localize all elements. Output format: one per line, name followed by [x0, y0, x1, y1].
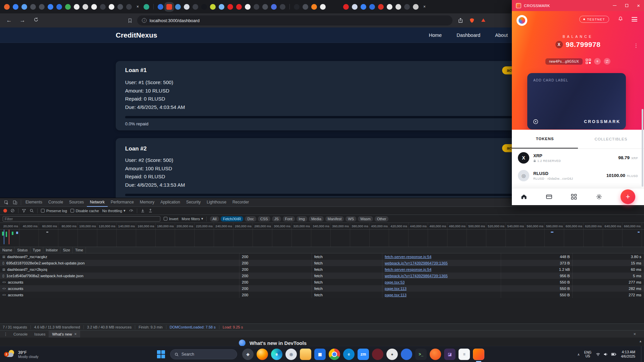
network-request-row[interactable]: <>accounts 200 fetch page.tsx:113 550 B … [0, 285, 644, 292]
record-network-log-button[interactable] [3, 209, 7, 213]
request-type-filter[interactable]: All [210, 216, 219, 222]
tab-favicon[interactable] [74, 4, 79, 10]
network-request-row[interactable]: {}695d31870328e0e2.webpack.hot-update.js… [0, 260, 644, 266]
home-icon[interactable] [521, 193, 527, 200]
drawer-more-icon[interactable]: ⋮ [1, 332, 10, 337]
request-type-filter[interactable]: Img [297, 216, 307, 222]
tab-favicon[interactable] [30, 4, 36, 10]
taskbar-app-icon[interactable] [473, 349, 484, 360]
tab-favicon[interactable] [158, 4, 163, 10]
preserve-log-checkbox[interactable]: Preserve log [41, 209, 67, 213]
show-desktop-button[interactable] [641, 346, 642, 362]
tab-favicon[interactable] [210, 4, 216, 10]
network-request-row[interactable]: ▤dashboard?_rsc=acgkz 200 fetch fetch-se… [0, 253, 644, 260]
token-row[interactable]: X XRP 1.2 RESERVED 98.79 XRP [518, 149, 638, 167]
close-tab-icon[interactable]: × [74, 332, 77, 337]
clear-network-log-icon[interactable] [10, 208, 15, 213]
request-type-filter[interactable]: WS [345, 216, 356, 222]
qr-code-icon[interactable] [586, 59, 591, 64]
page-nav-link[interactable]: Home [429, 33, 442, 38]
minimize-button[interactable] [613, 5, 616, 6]
import-har-icon[interactable] [141, 208, 145, 213]
card-label[interactable]: ADD CARD LABEL [533, 78, 568, 82]
throttling-dropdown[interactable]: No throttling▾ [102, 208, 125, 213]
request-type-filter[interactable]: Media [309, 216, 324, 222]
request-type-filter[interactable]: Other [375, 216, 389, 222]
more-filters-dropdown[interactable]: More filters▾ [182, 217, 203, 221]
tab-favicon[interactable] [395, 4, 401, 10]
taskbar-app-icon[interactable] [257, 349, 268, 360]
taskbar-app-icon[interactable]: ≡ [459, 349, 470, 360]
column-header[interactable]: Time [73, 247, 86, 253]
forward-button[interactable]: → [18, 17, 27, 24]
tab-favicon[interactable] [404, 4, 410, 10]
settings-gear-icon[interactable] [596, 193, 602, 200]
filter-input[interactable] [3, 216, 160, 222]
search-icon[interactable] [30, 208, 34, 213]
tab-favicon[interactable] [83, 4, 88, 10]
wallet-tab[interactable]: COLLECTIBLES [578, 130, 644, 148]
tab-favicon[interactable]: × [422, 4, 427, 10]
wallet-address[interactable]: rww4Ps...g9G5UX [545, 58, 583, 65]
taskbar-app-icon[interactable]: ◉ [285, 349, 297, 360]
devtools-tab[interactable]: Memory [137, 198, 157, 207]
drawer-tab[interactable]: Issues × [31, 330, 49, 338]
column-header[interactable]: Type [31, 247, 44, 253]
checkbox[interactable] [164, 217, 167, 221]
network-request-row[interactable]: <>accounts 200 fetch page.tsx:53 550 B 2… [0, 279, 644, 285]
taskbar-app-icon[interactable] [329, 349, 340, 360]
tab-favicon[interactable] [245, 4, 251, 10]
tab-favicon[interactable] [109, 4, 114, 10]
swap-icon[interactable] [604, 58, 610, 65]
export-har-icon[interactable] [148, 208, 153, 213]
tab-favicon[interactable] [184, 4, 190, 10]
tab-favicon[interactable] [219, 4, 224, 10]
add-funds-button[interactable]: + [594, 58, 601, 65]
tab-favicon[interactable] [117, 4, 123, 10]
bookmark-button[interactable] [127, 18, 132, 23]
url-bar[interactable]: i localhost:3000/dashboard [137, 15, 452, 25]
wallet-card[interactable]: ADD CARD LABEL CROSSMARK [527, 73, 626, 129]
tab-favicon[interactable] [13, 4, 18, 10]
devtools-tab[interactable]: Console [45, 198, 66, 207]
menu-icon[interactable] [632, 17, 637, 23]
network-request-row[interactable]: {}1ce1d540af7908a2.webpack.hot-update.js… [0, 273, 644, 279]
disable-cache-checkbox[interactable]: Disable cache [70, 209, 99, 213]
taskbar-app-icon[interactable]: ◈ [242, 349, 254, 360]
column-header[interactable]: Name [0, 247, 15, 253]
tab-favicon[interactable] [236, 4, 242, 10]
taskbar-app-icon[interactable] [372, 349, 383, 360]
tab-favicon[interactable] [343, 4, 349, 10]
taskbar-search[interactable]: Search [170, 349, 237, 359]
checkbox[interactable] [41, 209, 45, 213]
devtools-tab[interactable]: Performance [108, 198, 137, 207]
notifications-bell-icon[interactable] [618, 16, 623, 23]
tab-favicon[interactable] [303, 4, 308, 10]
tab-favicon[interactable] [294, 4, 300, 10]
taskbar-app-icon[interactable]: ◪ [444, 349, 455, 360]
site-info-icon[interactable]: i [142, 18, 147, 23]
devtools-tab[interactable]: Lighthouse [204, 198, 229, 207]
close-button[interactable]: × [637, 4, 640, 7]
taskbar-app-icon[interactable] [430, 349, 441, 360]
battery-icon[interactable] [611, 352, 616, 357]
request-type-filter[interactable]: CSS [258, 216, 270, 222]
devtools-tab[interactable]: Sources [66, 198, 87, 207]
start-button[interactable] [157, 350, 165, 358]
devtools-tab[interactable]: Elements [22, 198, 45, 207]
tab-favicon[interactable] [126, 4, 132, 10]
network-icon[interactable] [596, 352, 600, 357]
tab-favicon[interactable] [262, 4, 268, 10]
tab-favicon[interactable] [311, 4, 317, 10]
tab-favicon[interactable] [227, 4, 233, 10]
column-header[interactable]: Initiator [43, 247, 60, 253]
brave-shield-icon[interactable] [469, 18, 475, 23]
network-request-row[interactable]: ▤dashboard?_rsc=2kyzq 200 fetch fetch-se… [0, 266, 644, 273]
page-nav-link[interactable]: Dashboard [457, 33, 480, 38]
initiator-link[interactable]: webpack.js?v=1743929864739:1365 [385, 261, 448, 265]
token-row[interactable]: ◎ RLUSD RLUSD · rDdaDw...corG6J 10100.00… [518, 167, 638, 184]
language-indicator[interactable]: ENG US [584, 351, 592, 358]
tab-favicon[interactable] [48, 4, 53, 10]
taskbar-app-icon[interactable] [300, 349, 311, 360]
tab-favicon[interactable] [4, 4, 10, 10]
